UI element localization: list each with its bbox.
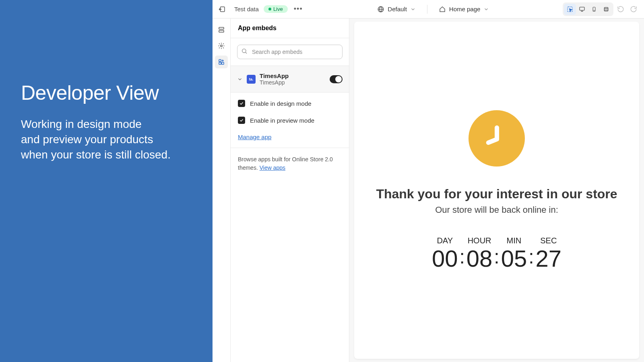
- svg-rect-6: [604, 7, 608, 11]
- live-badge: Live: [264, 5, 288, 13]
- manage-app-link[interactable]: Manage app: [231, 129, 349, 148]
- svg-rect-3: [580, 7, 584, 10]
- inspect-button[interactable]: [564, 4, 576, 15]
- marketing-title: Developer View: [21, 81, 192, 105]
- svg-rect-12: [222, 62, 224, 64]
- design-mode-row: Enable in design mode: [231, 93, 349, 112]
- countdown-min-value: 05: [501, 247, 527, 270]
- exit-button[interactable]: [217, 4, 227, 14]
- search-icon: [241, 48, 248, 56]
- countdown-day-value: 00: [432, 247, 458, 270]
- countdown-min-label: MIN: [501, 236, 527, 245]
- content-area: App embeds ta.: [213, 19, 644, 362]
- top-bar: Test data Live ••• Default H: [213, 0, 644, 19]
- preview-mode-row: Enable in preview mode: [231, 112, 349, 129]
- svg-point-13: [242, 49, 246, 53]
- chevron-down-icon: [483, 6, 489, 12]
- countdown-hour-value: 08: [466, 247, 493, 270]
- svg-rect-7: [219, 27, 224, 29]
- view-apps-link[interactable]: View apps: [260, 165, 285, 171]
- design-mode-checkbox[interactable]: [238, 100, 245, 107]
- app-embed-toggle[interactable]: [330, 75, 343, 83]
- search-section: [231, 38, 349, 66]
- chevron-down-icon: [410, 6, 416, 12]
- template-selector[interactable]: Default: [377, 6, 416, 13]
- marketing-panel: Developer View Working in design mode an…: [0, 0, 213, 362]
- countdown-sep: :: [494, 247, 499, 267]
- sections-nav-button[interactable]: [215, 23, 228, 36]
- chevron-down-icon: [237, 76, 243, 82]
- desktop-view-button[interactable]: [576, 4, 588, 15]
- svg-point-9: [221, 45, 223, 47]
- app-embed-info: TimesApp TimesApp: [260, 72, 326, 86]
- preview-mode-label: Enable in preview mode: [250, 117, 314, 124]
- countdown-sec-label: SEC: [536, 236, 562, 245]
- countdown-sec-value: 27: [536, 247, 562, 270]
- preview-area: Thank you for your interest in our store…: [349, 19, 644, 362]
- app-embed-subtitle: TimesApp: [260, 79, 326, 86]
- device-buttons: [563, 2, 613, 16]
- app-area: Test data Live ••• Default H: [213, 0, 644, 362]
- countdown-sec: SEC 27: [536, 236, 562, 270]
- svg-rect-10: [219, 60, 221, 62]
- svg-point-5: [594, 10, 594, 10]
- svg-rect-8: [219, 31, 224, 33]
- countdown-hour: HOUR 08: [466, 236, 493, 270]
- preview-subtitle: Our store will be back online in:: [435, 205, 558, 215]
- more-menu-button[interactable]: •••: [293, 4, 304, 15]
- clock-icon: [469, 110, 525, 167]
- search-box: [237, 45, 343, 59]
- undo-button[interactable]: [615, 4, 626, 15]
- design-mode-label: Enable in design mode: [250, 100, 312, 107]
- app-embed-name: TimesApp: [260, 72, 326, 79]
- countdown-min: MIN 05: [501, 236, 527, 270]
- countdown-sep: :: [459, 247, 464, 267]
- mobile-view-button[interactable]: [588, 4, 600, 15]
- test-data-label: Test data: [234, 6, 259, 12]
- svg-rect-11: [219, 62, 221, 64]
- app-embeds-nav-button[interactable]: [215, 56, 228, 68]
- countdown: DAY 00 : HOUR 08 : MIN 05 : SEC: [432, 236, 561, 270]
- countdown-day-label: DAY: [432, 236, 458, 245]
- preview-mode-checkbox[interactable]: [238, 117, 245, 124]
- template-selector-label: Default: [388, 6, 407, 12]
- divider: [427, 5, 427, 14]
- settings-nav-button[interactable]: [215, 39, 228, 52]
- app-settings-section: Enable in design mode Enable in preview …: [231, 93, 349, 148]
- page-selector-label: Home page: [449, 6, 481, 12]
- app-embed-icon: ta.: [247, 75, 256, 84]
- browse-apps-text: Browse apps built for Online Store 2.0 t…: [231, 148, 349, 179]
- preview-title: Thank you for your interest in our store: [376, 187, 617, 202]
- app-embed-row[interactable]: ta. TimesApp TimesApp: [231, 66, 349, 93]
- countdown-day: DAY 00: [432, 236, 458, 270]
- home-icon: [439, 6, 446, 13]
- preview-frame: Thank you for your interest in our store…: [354, 22, 639, 359]
- search-input[interactable]: [237, 45, 343, 59]
- marketing-subtitle: Working in design mode and preview your …: [21, 117, 192, 162]
- settings-header: App embeds: [231, 19, 349, 38]
- page-selector[interactable]: Home page: [439, 6, 489, 13]
- redo-button[interactable]: [628, 4, 639, 15]
- globe-icon: [377, 6, 384, 13]
- settings-panel: App embeds ta.: [231, 19, 349, 362]
- fullscreen-view-button[interactable]: [600, 4, 612, 15]
- countdown-sep: :: [528, 247, 534, 267]
- countdown-hour-label: HOUR: [466, 236, 493, 245]
- top-bar-center: Default Home page: [309, 5, 558, 14]
- mini-sidebar: [213, 19, 231, 362]
- top-bar-right: [563, 2, 639, 16]
